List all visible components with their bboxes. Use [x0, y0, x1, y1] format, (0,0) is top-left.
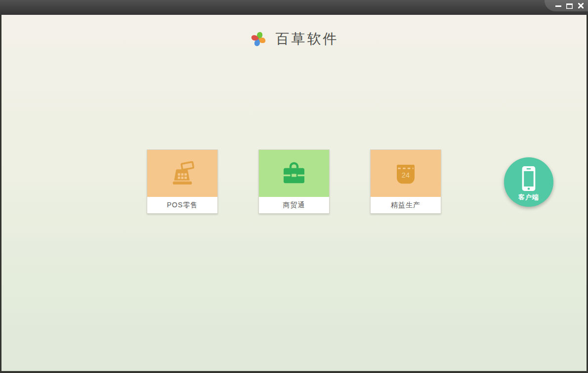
window-controls [545, 0, 588, 11]
minimize-button[interactable] [553, 1, 563, 10]
maximize-button[interactable] [565, 1, 574, 10]
card-tile [147, 150, 217, 197]
close-button[interactable] [576, 1, 586, 10]
card-tile [259, 150, 329, 197]
briefcase-icon [280, 161, 308, 186]
app-window: 百草软件 [0, 0, 588, 373]
titlebar [0, 0, 588, 15]
product-card-trade[interactable]: 商贸通 [258, 149, 330, 214]
product-card-pos[interactable]: POS零售 [147, 149, 218, 214]
client-button-label: 客户端 [518, 193, 539, 202]
pinwheel-logo-icon [250, 30, 267, 48]
product-card-lean[interactable]: 24 精益生产 [370, 149, 441, 214]
maximize-icon [566, 3, 573, 9]
close-icon [578, 3, 584, 8]
smartphone-icon [521, 166, 537, 191]
calendar-icon: 24 [393, 160, 418, 187]
card-tile: 24 [371, 150, 441, 197]
app-title: 百草软件 [276, 30, 339, 48]
client-button[interactable]: 客户端 [504, 157, 553, 207]
card-label: POS零售 [147, 197, 217, 213]
cash-register-icon [168, 160, 196, 187]
minimize-icon [555, 3, 561, 9]
main-content: 百草软件 [1, 15, 587, 371]
calendar-day-number: 24 [402, 171, 410, 179]
header: 百草软件 [1, 27, 587, 51]
card-label: 精益生产 [371, 197, 441, 213]
card-label: 商贸通 [259, 197, 329, 213]
